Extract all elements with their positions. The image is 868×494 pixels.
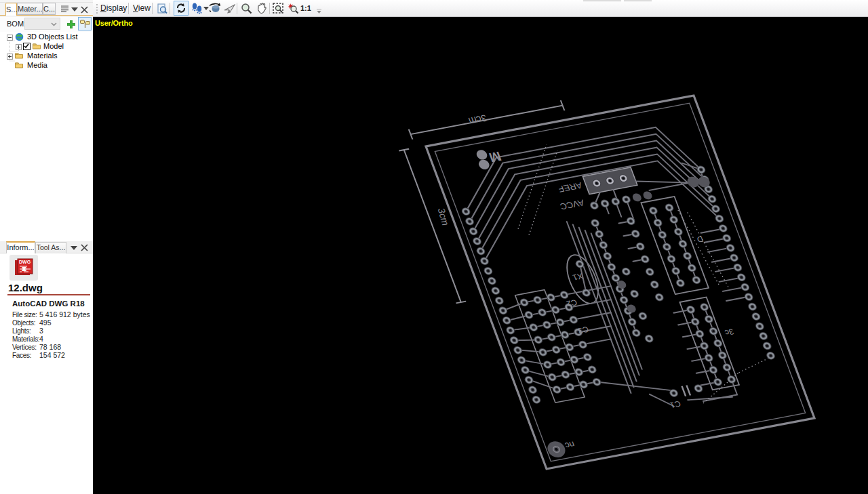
svg-text:AVCC: AVCC bbox=[559, 198, 586, 212]
svg-text:nc: nc bbox=[564, 440, 576, 451]
svg-text:M: M bbox=[487, 149, 503, 165]
svg-text:AREF: AREF bbox=[557, 180, 583, 194]
svg-text:C1: C1 bbox=[669, 399, 682, 410]
svg-text:3cm: 3cm bbox=[467, 112, 489, 126]
svg-text:3c: 3c bbox=[724, 327, 735, 337]
svg-text:D: D bbox=[695, 234, 705, 245]
svg-text:DWG: DWG bbox=[19, 260, 31, 264]
